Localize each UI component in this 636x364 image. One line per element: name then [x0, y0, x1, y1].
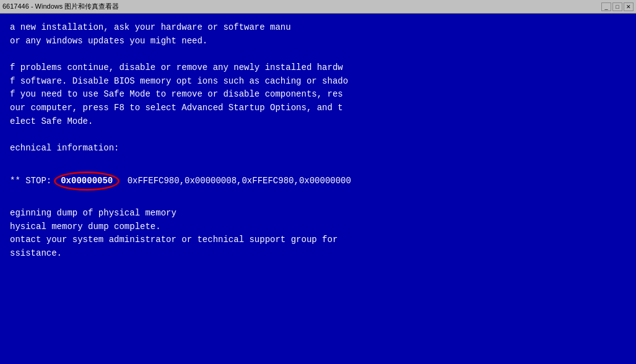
title-bar-text: 6617446 - Windows 图片和传真查看器 [2, 2, 601, 11]
stop-code-circle: 0x00000050 [54, 171, 120, 191]
bsod-line-3: f problems continue, disable or remove a… [10, 61, 626, 75]
bsod-tech-info-label: echnical information: [10, 142, 626, 155]
bsod-line-blank-4 [10, 193, 626, 207]
bsod-dump-1: eginning dump of physical memory [10, 207, 626, 220]
bsod-line-1: a new installation, ask your hardware or… [10, 21, 626, 35]
bsod-line-blank-2 [10, 129, 626, 142]
bsod-line-blank-1 [10, 48, 626, 61]
title-bar-buttons[interactable]: _ □ ✕ [601, 2, 634, 11]
stop-prefix: ** STOP: [10, 175, 51, 188]
bsod-line-7: elect Safe Mode. [10, 115, 626, 129]
title-bar: 6617446 - Windows 图片和传真查看器 _ □ ✕ [0, 0, 636, 14]
maximize-button[interactable]: □ [612, 2, 622, 11]
bsod-line-5: f you need to use Safe Mode to remove or… [10, 88, 626, 102]
bsod-dump-2: hysical memory dump complete. [10, 220, 626, 234]
bsod-line-2: or any windows updates you might need. [10, 35, 626, 48]
stop-line: ** STOP: 0x00000050 0xFFEFC980,0x0000000… [10, 171, 626, 191]
bsod-line-blank-3 [10, 155, 626, 169]
close-button[interactable]: ✕ [624, 2, 634, 11]
bsod-line-6: our computer, press F8 to select Advance… [10, 102, 626, 115]
bsod-screen: a new installation, ask your hardware or… [0, 14, 636, 364]
bsod-assistance: ssistance. [10, 247, 626, 261]
stop-params: 0xFFEFC980,0x00000008,0xFFEFC980,0x00000… [122, 175, 351, 188]
bsod-contact: ontact your system administrator or tech… [10, 233, 626, 247]
minimize-button[interactable]: _ [601, 2, 611, 11]
bsod-line-4: f software. Disable BIOS memory opt ions… [10, 75, 626, 89]
